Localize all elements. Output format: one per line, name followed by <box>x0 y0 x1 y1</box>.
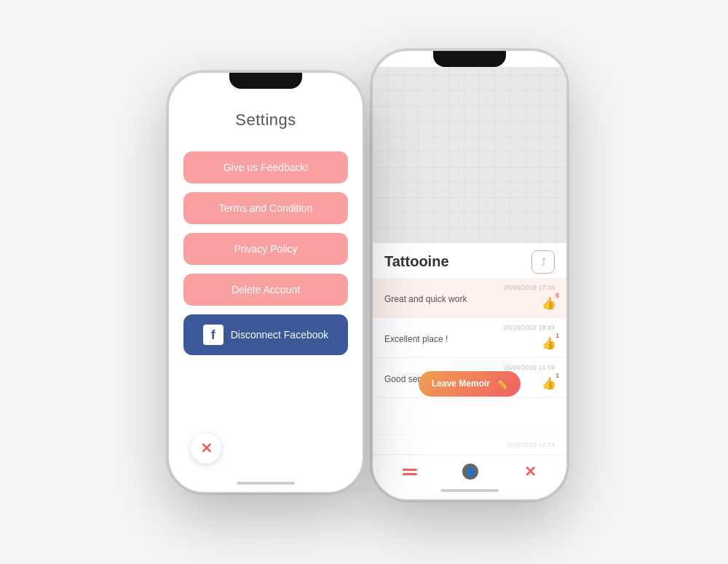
map-background <box>373 67 566 243</box>
leave-memoir-button[interactable]: Leave Memoir ✏️ <box>419 371 521 397</box>
settings-buttons: Give us Feedback! Terms and Condition Pr… <box>183 151 348 355</box>
thumb-icon-1[interactable]: 👍 <box>542 297 556 309</box>
like-badge-2: 1 👍 <box>542 336 556 350</box>
share-icon[interactable]: ⤴ <box>531 250 555 274</box>
close-button-left[interactable]: ✕ <box>191 433 221 464</box>
reviews-container: 05/06/2019 17:34 Great and quick work 5 … <box>373 278 566 454</box>
left-phone-notch <box>229 73 302 89</box>
delete-account-button[interactable]: Delete Account <box>183 274 348 306</box>
settings-screen: Settings Give us Feedback! Terms and Con… <box>169 96 363 482</box>
like-badge-3: 1 👍 <box>542 376 556 390</box>
like-count-1: 5 <box>555 292 559 299</box>
left-phone-home-indicator <box>237 482 295 485</box>
share-icon-symbol: ⤴ <box>541 256 546 268</box>
like-wrapper-1: 5 👍 <box>542 296 556 310</box>
tattooine-title: Tattooine <box>384 253 449 270</box>
disconnect-facebook-button[interactable]: f Disconnect Facebook <box>183 314 348 355</box>
like-wrapper-3: 1 👍 <box>542 376 556 390</box>
leave-memoir-label: Leave Memoir <box>432 378 490 389</box>
settings-title: Settings <box>235 111 296 130</box>
partial-review-date: 5/16/2019 14:54 <box>384 441 555 448</box>
like-count-2: 1 <box>555 332 559 339</box>
tattooine-header: Tattooine ⤴ <box>373 243 566 278</box>
phones-container: Settings Give us Feedback! Terms and Con… <box>146 28 582 537</box>
like-badge-1: 5 👍 <box>542 296 556 310</box>
feedback-button[interactable]: Give us Feedback! <box>183 151 348 183</box>
thumb-icon-3[interactable]: 👍 <box>542 377 556 389</box>
close-nav-button[interactable]: ✕ <box>520 458 541 485</box>
review-date-2: 05/16/2019 18:49 <box>384 324 555 331</box>
right-phone-home-indicator <box>440 489 499 492</box>
partial-review: 5/16/2019 14:54 <box>373 434 566 454</box>
review-text-2: Excellent place ! <box>384 334 555 344</box>
disconnect-facebook-label: Disconnect Facebook <box>231 329 329 341</box>
phone-left: Settings Give us Feedback! Terms and Con… <box>167 71 364 493</box>
review-date-3: 05/06/2019 14:59 <box>384 364 555 371</box>
leave-memoir-area: Leave Memoir ✏️ <box>373 398 566 434</box>
menu-nav-button[interactable] <box>398 464 422 480</box>
right-phone-notch <box>433 51 506 67</box>
review-item-2: 05/16/2019 18:49 Excellent place ! 1 👍 <box>373 318 566 358</box>
phone-right: Tattooine ⤴ 05/06/2019 17:34 Great and q… <box>371 49 568 501</box>
close-nav-icon: ✕ <box>524 463 537 480</box>
pencil-icon: ✏️ <box>496 378 507 389</box>
like-wrapper-2: 1 👍 <box>542 336 556 350</box>
facebook-letter-icon: f <box>211 328 215 341</box>
person-icon: 👤 <box>462 464 478 480</box>
like-count-3: 1 <box>555 372 559 379</box>
review-item-1: 05/06/2019 17:34 Great and quick work 5 … <box>373 278 566 318</box>
review-text-1: Great and quick work <box>384 294 555 304</box>
bottom-nav: 👤 ✕ <box>373 454 566 489</box>
thumb-icon-2[interactable]: 👍 <box>542 337 556 349</box>
review-date-1: 05/06/2019 17:34 <box>384 284 555 291</box>
terms-button[interactable]: Terms and Condition <box>183 192 348 224</box>
close-icon-left: ✕ <box>200 440 213 457</box>
menu-icon <box>403 469 417 475</box>
facebook-icon-box: f <box>203 325 223 345</box>
privacy-button[interactable]: Privacy Policy <box>183 233 348 265</box>
profile-nav-button[interactable]: 👤 <box>458 459 483 484</box>
